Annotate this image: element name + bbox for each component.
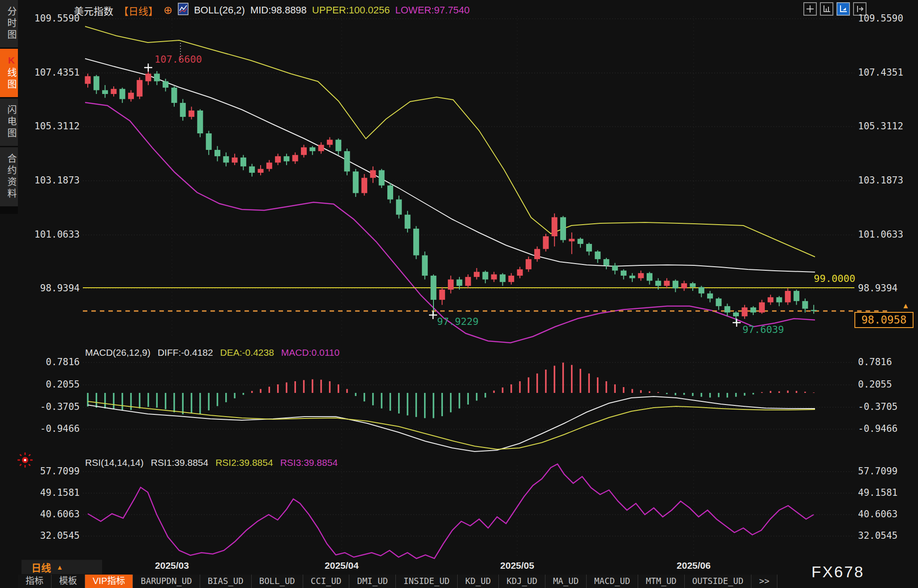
candle-body-6 <box>137 80 142 97</box>
candle-body-9 <box>163 81 168 88</box>
rsi-tick-left-3: 32.0545 <box>25 530 80 541</box>
candle-body-28 <box>327 140 333 145</box>
price-tick-left-4: 101.0633 <box>25 229 80 240</box>
price-tick-left-0: 109.5590 <box>25 13 80 24</box>
candle-body-8 <box>154 74 160 81</box>
period-selector[interactable]: 日线 ▲ <box>21 560 102 574</box>
price-tick-right-0: 109.5590 <box>858 13 913 24</box>
candle-body-54 <box>552 217 558 236</box>
boll-mid-value: MID:98.8898 <box>250 4 307 16</box>
toolbar-item-DMI_UD[interactable]: DMI_UD <box>349 575 396 588</box>
macd-tick-right-1: 0.2055 <box>858 379 913 390</box>
toolbar-item-MTM_UD[interactable]: MTM_UD <box>638 575 685 588</box>
watermark: FX678 <box>811 563 864 581</box>
candle-body-34 <box>379 170 385 185</box>
price-tick-left-1: 107.4351 <box>25 67 80 78</box>
toolbar-item-MACD_UD[interactable]: MACD_UD <box>587 575 638 588</box>
candle-body-7 <box>146 74 151 81</box>
candle-body-13 <box>197 111 203 133</box>
date-tick-1: 2025/04 <box>315 560 369 571</box>
rsi-tick-left-2: 40.6063 <box>25 509 80 520</box>
candle-body-38 <box>413 229 419 256</box>
candle-body-70 <box>690 283 696 287</box>
candle-body-61 <box>612 265 618 270</box>
candle-body-82 <box>794 291 799 301</box>
candle-body-2 <box>102 90 108 94</box>
candle-body-42 <box>448 280 454 290</box>
target-plus-icon[interactable]: ⊕ <box>163 5 172 15</box>
candle-body-14 <box>206 133 212 150</box>
candle-body-60 <box>604 259 609 265</box>
candle-body-17 <box>232 158 238 162</box>
chart-header: 美元指数 【日线】 ⊕ BOLL(26,2) MID:98.8898 UPPER… <box>74 3 470 18</box>
candle-body-40 <box>431 276 437 300</box>
auto-scroll-icon[interactable] <box>836 2 850 16</box>
candle-body-74 <box>725 306 730 312</box>
candle-body-66 <box>655 281 661 285</box>
candle-body-22 <box>275 156 281 162</box>
candle-body-5 <box>128 93 134 99</box>
candle-body-58 <box>586 244 592 251</box>
rsi-tick-left-1: 49.1581 <box>25 487 80 498</box>
toolbar-item-BARUPDN_UD[interactable]: BARUPDN_UD <box>133 575 200 588</box>
sidebar-item-1[interactable]: K线图 <box>0 49 18 97</box>
toolbar-item-VIP[interactable]: VIP指标 <box>85 575 133 588</box>
price-tick-right-4: 101.0633 <box>858 229 913 240</box>
axis-scale-icon[interactable] <box>820 2 833 16</box>
rsi3-value: RSI3:39.8854 <box>280 457 338 468</box>
candle-body-76 <box>742 307 747 316</box>
toolbar-item-MA_UD[interactable]: MA_UD <box>545 575 587 588</box>
candle-body-53 <box>543 236 549 249</box>
candle-body-1 <box>94 76 99 90</box>
price-tick-right-1: 107.4351 <box>858 67 913 78</box>
toolbar-item-INSIDE_UD[interactable]: INSIDE_UD <box>396 575 458 588</box>
toolbar-item-KDJ_UD[interactable]: KDJ_UD <box>499 575 545 588</box>
toolbar-item-OUTSIDE_UD[interactable]: OUTSIDE_UD <box>685 575 751 588</box>
indicator-settings-icon[interactable] <box>16 451 34 471</box>
toolbar-item-[interactable]: 模板 <box>51 575 85 588</box>
candle-body-65 <box>647 273 652 281</box>
rsi-header: RSI(14,14,14) RSI1:39.8854 RSI2:39.8854 … <box>85 457 338 468</box>
toolbar-item-BOLL_UD[interactable]: BOLL_UD <box>252 575 303 588</box>
boll-mid-band <box>85 59 815 272</box>
price-tick-right-3: 103.1873 <box>858 175 913 186</box>
candle-body-83 <box>802 301 808 309</box>
macd-tick-left-3: -0.9466 <box>25 423 80 434</box>
candle-body-21 <box>266 162 272 169</box>
macd-tick-right-0: 0.7816 <box>858 357 913 367</box>
rsi2-value: RSI2:39.8854 <box>215 457 273 468</box>
candle-body-64 <box>638 273 644 278</box>
chart-canvas[interactable] <box>0 0 918 588</box>
candle-body-24 <box>292 155 298 161</box>
candle-body-56 <box>569 239 575 242</box>
date-tick-0: 2025/03 <box>145 560 199 571</box>
candle-body-39 <box>422 256 428 276</box>
toolbar-item-[interactable]: >> <box>751 575 777 588</box>
boll-upper-value: UPPER:100.0256 <box>312 4 390 16</box>
candle-body-55 <box>560 217 566 240</box>
candle-body-30 <box>344 151 350 171</box>
toolbar-item-CCI_UD[interactable]: CCI_UD <box>303 575 350 588</box>
sidebar-item-3[interactable]: 合约资料 <box>0 147 18 206</box>
candle-body-29 <box>335 140 341 151</box>
candle-body-80 <box>776 297 782 302</box>
candle-body-57 <box>578 239 583 244</box>
annotation-low1-price: 97.9229 <box>437 316 479 327</box>
bottom-toolbar: 指标模板VIP指标BARUPDN_UDBIAS_UDBOLL_UDCCI_UDD… <box>18 575 777 588</box>
chart-app: 分时图K线图闪电图合约资料 美元指数 【日线】 ⊕ BOLL(26,2) MID… <box>0 0 918 588</box>
toolbar-item-[interactable]: 指标 <box>18 575 51 588</box>
candle-body-32 <box>361 178 367 193</box>
macd-tick-left-0: 0.7816 <box>25 357 80 367</box>
pan-icon[interactable] <box>803 2 817 16</box>
candle-body-16 <box>223 156 229 162</box>
toolbar-item-KD_UD[interactable]: KD_UD <box>458 575 499 588</box>
candle-body-3 <box>111 89 116 94</box>
sidebar-item-2[interactable]: 闪电图 <box>0 98 18 146</box>
rsi-tick-right-3: 32.0545 <box>858 530 913 541</box>
candle-body-25 <box>301 147 307 155</box>
price-tick-left-2: 105.3112 <box>25 121 80 132</box>
rsi-tick-right-2: 40.6063 <box>858 509 913 520</box>
toolbar-item-BIAS_UD[interactable]: BIAS_UD <box>200 575 252 588</box>
candle-body-75 <box>733 312 739 316</box>
sidebar-item-0[interactable]: 分时图 <box>0 0 18 47</box>
